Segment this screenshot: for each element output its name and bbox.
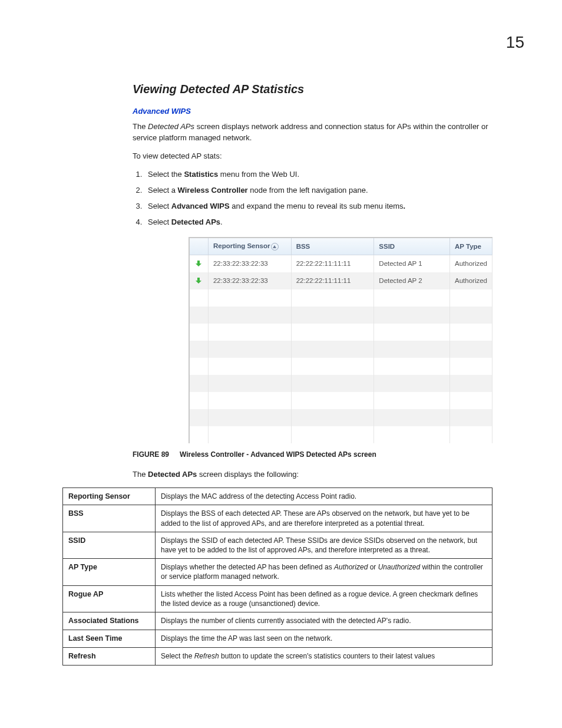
table-row[interactable] — [190, 324, 492, 341]
col-reporting-sensor[interactable]: Reporting Sensor — [208, 238, 291, 255]
table-row[interactable] — [190, 426, 492, 443]
d3-i1: Authorized — [334, 563, 368, 571]
intro-1a: The — [133, 122, 148, 131]
step-1-a: Select the — [148, 170, 184, 179]
d3-mid: or — [368, 563, 378, 571]
def-row: Rogue AP Lists whether the listed Access… — [63, 585, 492, 612]
step-1-c: menu from the Web UI. — [218, 170, 299, 179]
def-row: BSS Displays the BSS of each detected AP… — [63, 505, 492, 532]
arrow-down-icon — [191, 260, 207, 267]
d7-after: button to update the screen's statistics… — [219, 652, 435, 660]
intro-paragraph-2: To view detected AP stats: — [133, 151, 497, 162]
figure-title: Wireless Controller - Advanced WIPS Dete… — [180, 450, 376, 459]
def-term: Reporting Sensor — [63, 487, 156, 505]
def-row: Associated Stations Displays the number … — [63, 612, 492, 630]
cell-ssid: Detected AP 1 — [374, 255, 450, 272]
def-term: BSS — [63, 505, 156, 532]
svg-rect-0 — [197, 261, 200, 263]
step-3: Select Advanced WIPS and expand the menu… — [144, 201, 497, 212]
col-bss[interactable]: BSS — [291, 238, 374, 255]
step-4-a: Select — [148, 218, 171, 226]
sort-asc-icon[interactable] — [271, 243, 279, 251]
svg-rect-2 — [197, 278, 200, 281]
cell-sensor: 22:33:22:33:22:33 — [208, 272, 291, 289]
table-row[interactable] — [190, 375, 492, 392]
cell-bss: 22:22:22:11:11:11 — [291, 255, 374, 272]
disp-b: Detected APs — [148, 470, 197, 479]
intro-1b: Detected APs — [148, 122, 194, 131]
col-sensor-label: Reporting Sensor — [213, 242, 270, 249]
def-desc: Displays the BSS of each detected AP. Th… — [156, 505, 492, 532]
step-4: Select Detected APs. — [144, 217, 497, 228]
col-icon[interactable] — [190, 238, 208, 255]
step-2-c: node from the left navigation pane. — [248, 186, 368, 195]
disp-a: The — [133, 470, 148, 479]
page-number: 15 — [506, 33, 524, 52]
def-term: Associated Stations — [63, 612, 156, 630]
row-status-icon — [190, 255, 208, 272]
def-desc: Displays whether the detected AP has bee… — [156, 559, 492, 585]
def-row: AP Type Displays whether the detected AP… — [63, 559, 492, 585]
figure-label: FIGURE 89 — [133, 450, 169, 459]
d7-before: Select the — [161, 652, 194, 660]
def-term: Last Seen Time — [63, 630, 156, 647]
step-1: Select the Statistics menu from the Web … — [144, 169, 497, 180]
col-ssid[interactable]: SSID — [374, 238, 450, 255]
d3-before: Displays whether the detected AP has bee… — [161, 563, 334, 571]
d3-i2: Unauthorized — [378, 563, 420, 571]
step-2: Select a Wireless Controller node from t… — [144, 185, 497, 196]
svg-marker-3 — [196, 281, 201, 284]
step-4-c: . — [220, 218, 223, 226]
cell-bss: 22:22:22:11:11:11 — [291, 272, 374, 289]
def-row: Refresh Select the Refresh button to upd… — [63, 647, 492, 665]
table-row[interactable] — [190, 392, 492, 409]
def-term: Rogue AP — [63, 585, 156, 612]
def-term: SSID — [63, 532, 156, 558]
detected-aps-table: Reporting Sensor BSS SSID AP Type — [189, 237, 492, 443]
cell-sensor: 22:33:22:33:22:33 — [208, 255, 291, 272]
figure-caption: FIGURE 89Wireless Controller - Advanced … — [133, 450, 497, 459]
d7-i1: Refresh — [194, 652, 219, 660]
def-desc: Lists whether the listed Access Point ha… — [156, 585, 492, 612]
table-row[interactable] — [190, 341, 492, 358]
step-3-c: and expand the menu to reveal its sub me… — [230, 202, 404, 210]
step-3-b: Advanced WIPS — [171, 202, 230, 210]
table-row[interactable] — [190, 307, 492, 324]
arrow-down-icon — [191, 277, 207, 284]
def-term: Refresh — [63, 647, 156, 665]
document-body: Viewing Detected AP Statistics Advanced … — [0, 0, 562, 666]
def-desc: Displays the number of clients currently… — [156, 612, 492, 630]
step-2-b: Wireless Controller — [178, 186, 248, 195]
table-row[interactable] — [190, 289, 492, 307]
step-4-b: Detected APs — [171, 218, 220, 226]
def-desc: Displays the MAC address of the detectin… — [156, 487, 492, 505]
disp-c: screen displays the following: — [197, 470, 299, 479]
def-row: SSID Displays the SSID of each detected … — [63, 532, 492, 558]
table-row[interactable] — [190, 358, 492, 375]
table-row[interactable]: 22:33:22:33:22:33 22:22:22:11:11:11 Dete… — [190, 272, 492, 289]
step-2-a: Select a — [148, 186, 178, 195]
cell-aptype: Authorized — [450, 255, 492, 272]
row-status-icon — [190, 272, 208, 289]
def-desc: Displays the SSID of each detected AP. T… — [156, 532, 492, 558]
step-3-d: . — [404, 202, 406, 210]
displays-intro: The Detected APs screen displays the fol… — [133, 469, 497, 480]
steps-list: Select the Statistics menu from the Web … — [133, 169, 497, 228]
col-ap-type[interactable]: AP Type — [450, 238, 492, 255]
table-row[interactable] — [190, 409, 492, 426]
def-desc: Select the Refresh button to update the … — [156, 647, 492, 665]
cell-ssid: Detected AP 2 — [374, 272, 450, 289]
table-row[interactable]: 22:33:22:33:22:33 22:22:22:11:11:11 Dete… — [190, 255, 492, 272]
def-row: Reporting Sensor Displays the MAC addres… — [63, 487, 492, 505]
step-3-a: Select — [148, 202, 171, 210]
def-row: Last Seen Time Displays the time the AP … — [63, 630, 492, 647]
cell-aptype: Authorized — [450, 272, 492, 289]
def-term: AP Type — [63, 559, 156, 585]
svg-marker-1 — [196, 263, 201, 266]
advanced-wips-link[interactable]: Advanced WIPS — [133, 107, 497, 116]
definitions-table: Reporting Sensor Displays the MAC addres… — [62, 487, 492, 666]
section-title: Viewing Detected AP Statistics — [133, 83, 497, 96]
step-1-b: Statistics — [184, 170, 218, 179]
def-desc: Displays the time the AP was last seen o… — [156, 630, 492, 647]
intro-paragraph-1: The Detected APs screen displays network… — [133, 121, 497, 144]
